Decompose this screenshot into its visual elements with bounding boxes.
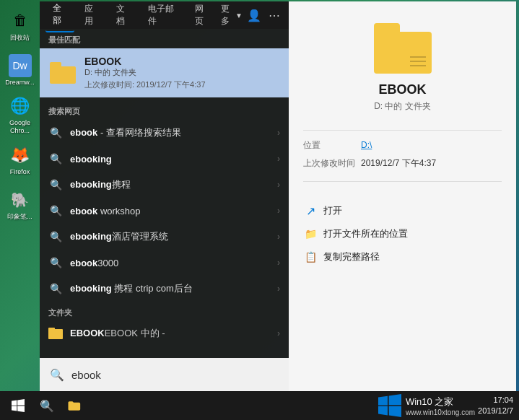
search-icon-3: 🔍 <box>48 204 63 218</box>
folder-item-arrow-0: › <box>277 328 280 338</box>
tab-all[interactable]: 全部 <box>45 0 74 32</box>
search-web-text-6: ebooking 携程 ctrip com后台 <box>70 282 277 295</box>
more-chevron-icon: ▼ <box>235 12 243 19</box>
tab-apps[interactable]: 应用 <box>77 0 106 32</box>
search-web-label: 搜索网页 <box>40 100 289 120</box>
start-button[interactable] <box>0 391 36 420</box>
more-options-icon[interactable]: ⋯ <box>266 6 283 24</box>
tab-more[interactable]: 更多 ▼ <box>221 3 243 27</box>
search-web-text-5: ebook3000 <box>70 258 277 268</box>
search-icon-4: 🔍 <box>48 229 63 244</box>
folder-small-icon-0 <box>48 328 63 339</box>
win10-url-text: www.win10xtong.com <box>406 408 475 416</box>
search-panel: 全部 应用 文档 电子邮件 网页 更多 ▼ 👤 ⋯ 最佳匹配 EBOOK D: … <box>40 1 516 391</box>
user-icon[interactable]: 👤 <box>245 6 263 24</box>
folder-section-label: 文件夹 <box>40 302 289 321</box>
search-web-text-2: ebooking携程 <box>70 178 277 191</box>
best-match-label: 最佳匹配 <box>40 29 289 48</box>
search-icon-0: 🔍 <box>48 126 63 140</box>
right-title: EBOOK <box>378 82 426 97</box>
search-web-text-0: ebook - 查看网络搜索结果 <box>70 126 277 139</box>
tab-web[interactable]: 网页 <box>188 0 217 32</box>
search-icon-6: 🔍 <box>48 281 63 296</box>
folder-item-0[interactable]: EBOOKEBOOK 中的 - › <box>40 321 289 346</box>
search-box-icon: 🔍 <box>50 368 64 382</box>
right-divider-2 <box>303 181 502 182</box>
action-open[interactable]: ↗ 打开 <box>303 199 502 222</box>
right-divider <box>303 130 502 131</box>
modified-value: 2019/12/7 下午4:37 <box>361 157 436 170</box>
icon-label-evernote: 印象笔... <box>7 213 32 221</box>
icon-label-dw: Dreamw... <box>5 79 35 87</box>
search-web-item-0[interactable]: 🔍 ebook - 查看网络搜索结果 › <box>40 120 289 146</box>
right-folder-icon <box>374 23 432 74</box>
taskbar-right: Win10 之家 www.win10xtong.com 17:04 2019/1… <box>378 394 519 417</box>
right-actions: ↗ 打开 📁 打开文件所在的位置 📋 复制完整路径 <box>303 199 502 268</box>
search-web-item-3[interactable]: 🔍 ebook workshop › <box>40 198 289 224</box>
taskbar-clock: 17:04 2019/12/7 <box>478 395 513 417</box>
action-copy-path-label: 复制完整路径 <box>323 250 380 263</box>
win10-brand-text: Win10 之家 <box>406 395 475 408</box>
right-info-modified: 上次修改时间 2019/12/7 下午4:37 <box>303 157 502 170</box>
desktop-icon-dreamweaver[interactable]: Dw Dreamw... <box>0 48 40 92</box>
search-results-list: 🔍 ebook - 查看网络搜索结果 › 🔍 ebooking › 🔍 eboo… <box>40 120 289 358</box>
right-info-location: 位置 D:\ <box>303 139 502 152</box>
open-icon: ↗ <box>303 204 318 218</box>
search-web-item-1[interactable]: 🔍 ebooking › <box>40 146 289 172</box>
nav-tabs: 全部 应用 文档 电子邮件 网页 更多 ▼ 👤 ⋯ <box>40 1 289 29</box>
taskbar-file-explorer[interactable] <box>58 391 90 420</box>
tab-email[interactable]: 电子邮件 <box>141 0 184 32</box>
arrow-icon-2: › <box>277 180 280 190</box>
taskbar: 🔍 Win10 之家 www.win10xtong.com 17:04 2019… <box>0 391 519 420</box>
right-panel: EBOOK D: 中的 文件夹 位置 D:\ 上次修改时间 2019/12/7 … <box>289 1 516 391</box>
icon-label-firefox: Firefox <box>10 168 30 176</box>
search-input[interactable]: ebook <box>71 369 279 381</box>
search-web-text-3: ebook workshop <box>70 206 277 216</box>
folder-line-1 <box>410 56 426 58</box>
arrow-icon-6: › <box>277 284 280 294</box>
action-open-location[interactable]: 📁 打开文件所在的位置 <box>303 222 502 245</box>
open-location-icon: 📁 <box>303 227 318 241</box>
search-web-item-4[interactable]: 🔍 ebooking酒店管理系统 › <box>40 224 289 250</box>
modified-label: 上次修改时间 <box>303 157 361 170</box>
desktop-icon-chrome[interactable]: 🌐 Google Chro... <box>0 93 40 136</box>
search-web-item-6[interactable]: 🔍 ebooking 携程 ctrip com后台 › <box>40 276 289 302</box>
desktop-icon-firefox[interactable]: 🦊 Firefox <box>0 138 40 181</box>
icon-label-chrome: Google Chro... <box>0 119 40 135</box>
desktop-icon-recycle[interactable]: 🗑 回收站 <box>0 4 40 47</box>
desktop-icons-container: 🗑 回收站 Dw Dreamw... 🌐 Google Chro... 🦊 Fi… <box>0 0 40 227</box>
best-match-title: EBOOK <box>84 56 280 67</box>
windows-logo-icon <box>12 399 25 412</box>
taskbar-search-icon[interactable]: 🔍 <box>36 391 58 420</box>
folder-item-text-0: EBOOKEBOOK 中的 - <box>70 327 277 340</box>
folder-lines <box>410 56 426 66</box>
best-match-subtitle: D: 中的 文件夹 <box>84 67 280 78</box>
action-open-location-label: 打开文件所在的位置 <box>323 227 408 240</box>
location-value[interactable]: D:\ <box>361 140 372 150</box>
search-web-item-5[interactable]: 🔍 ebook3000 › <box>40 250 289 276</box>
right-subtitle: D: 中的 文件夹 <box>374 100 431 113</box>
win10-windows-logo <box>378 394 401 417</box>
action-open-label: 打开 <box>323 204 342 217</box>
tab-docs[interactable]: 文档 <box>109 0 138 32</box>
clock-time: 17:04 <box>478 395 513 406</box>
copy-path-icon: 📋 <box>303 250 318 264</box>
desktop-icon-evernote[interactable]: 🐘 印象笔... <box>0 183 40 226</box>
folder-line-2 <box>410 61 426 62</box>
win10-text-block: Win10 之家 www.win10xtong.com <box>406 395 475 416</box>
arrow-icon-4: › <box>277 232 280 242</box>
folder-icon-large <box>50 62 76 84</box>
arrow-icon-1: › <box>277 154 280 164</box>
search-box: 🔍 ebook <box>40 358 289 391</box>
file-explorer-icon <box>66 398 81 413</box>
location-label: 位置 <box>303 139 361 152</box>
best-match-item[interactable]: EBOOK D: 中的 文件夹 上次修改时间: 2019/12/7 下午4:37 <box>40 48 289 97</box>
action-copy-path[interactable]: 📋 复制完整路径 <box>303 245 502 268</box>
arrow-icon-5: › <box>277 258 280 268</box>
arrow-icon-3: › <box>277 206 280 216</box>
search-web-item-2[interactable]: 🔍 ebooking携程 › <box>40 172 289 198</box>
search-web-text-1: ebooking <box>70 154 277 165</box>
search-icon-1: 🔍 <box>48 152 63 166</box>
best-match-time: 上次修改时间: 2019/12/7 下午4:37 <box>84 79 280 90</box>
best-match-folder-icon <box>48 58 77 87</box>
